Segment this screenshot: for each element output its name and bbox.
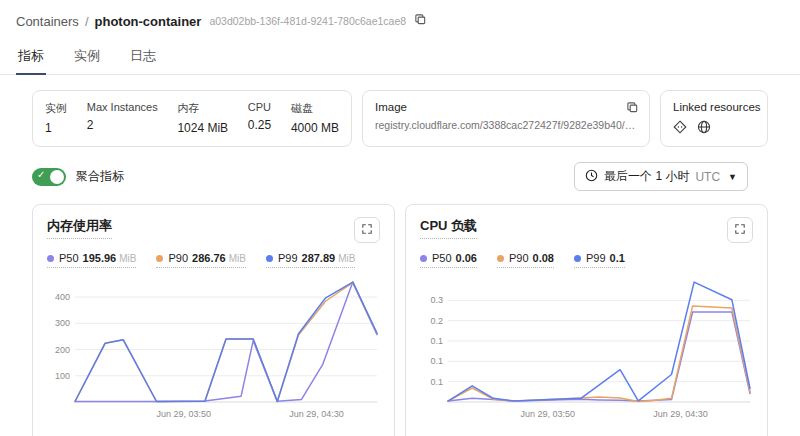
legend-series-value: 287.89 bbox=[302, 252, 336, 264]
container-stats-card: 实例 1 Max Instances 2 内存 1024 MiB CPU 0.2… bbox=[32, 90, 352, 147]
container-id: a03d02bb-136f-481d-9241-780c6ae1cae8 bbox=[209, 15, 406, 27]
legend-series-name: P50 bbox=[432, 252, 452, 264]
stat-disk: 磁盘 4000 MB bbox=[291, 101, 339, 137]
linked-resources-label: Linked resources bbox=[673, 101, 755, 113]
x-tick-label: Jun 29, 04:30 bbox=[653, 409, 708, 419]
legend-series-value: 195.96 bbox=[83, 252, 117, 264]
image-card-label: Image bbox=[375, 101, 637, 113]
legend-series-unit: MiB bbox=[119, 253, 136, 264]
stat-value: 2 bbox=[87, 118, 158, 132]
y-tick-label: 0.3 bbox=[430, 295, 443, 305]
legend-dot bbox=[156, 255, 163, 262]
globe-icon[interactable] bbox=[697, 120, 711, 137]
time-range-value: 最后一个 1 小时 bbox=[604, 168, 689, 185]
legend-series-value: 286.76 bbox=[192, 252, 226, 264]
worker-resource-icon[interactable] bbox=[673, 120, 687, 137]
legend-series-name: P99 bbox=[278, 252, 298, 264]
stat-instances: 实例 1 bbox=[45, 101, 67, 137]
check-icon: ✓ bbox=[37, 169, 45, 180]
memory-chart-legend: P50195.96MiBP90286.76MiBP99287.89MiB bbox=[47, 252, 380, 268]
y-tick-label: 200 bbox=[55, 345, 70, 355]
y-tick-label: 0.2 bbox=[430, 316, 443, 326]
legend-item-p90[interactable]: P900.08 bbox=[497, 252, 554, 268]
legend-item-p99[interactable]: P990.1 bbox=[574, 252, 625, 268]
stat-label: 磁盘 bbox=[291, 101, 339, 116]
legend-series-value: 0.1 bbox=[610, 252, 625, 264]
memory-chart-title: 内存使用率 bbox=[47, 217, 112, 239]
breadcrumb-containers-link[interactable]: Containers bbox=[16, 14, 79, 29]
fullscreen-icon bbox=[361, 223, 373, 238]
stat-cpu: CPU 0.25 bbox=[248, 101, 271, 137]
legend-series-value: 0.08 bbox=[533, 252, 554, 264]
y-tick-label: 400 bbox=[55, 292, 70, 302]
legend-series-name: P90 bbox=[168, 252, 188, 264]
time-range-dropdown[interactable]: 最后一个 1 小时 UTC ▼ bbox=[574, 162, 748, 191]
copy-icon bbox=[414, 13, 427, 29]
info-cards-row: 实例 1 Max Instances 2 内存 1024 MiB CPU 0.2… bbox=[32, 90, 768, 147]
stat-value: 0.25 bbox=[248, 118, 271, 132]
image-registry-path: registry.cloudflare.com/3388cac272427f/9… bbox=[375, 119, 637, 131]
legend-series-name: P50 bbox=[59, 252, 79, 264]
stat-memory: 内存 1024 MiB bbox=[177, 101, 228, 137]
stat-label: 实例 bbox=[45, 101, 67, 116]
legend-dot bbox=[47, 255, 54, 262]
stat-label: CPU bbox=[248, 101, 271, 113]
legend-series-unit: MiB bbox=[338, 253, 355, 264]
time-zone-value: UTC bbox=[695, 170, 720, 184]
toggle-knob bbox=[50, 170, 64, 184]
x-tick-label: Jun 29, 03:50 bbox=[520, 409, 575, 419]
legend-dot bbox=[420, 255, 427, 262]
y-tick-label: 300 bbox=[55, 318, 70, 328]
p90-line bbox=[75, 283, 377, 402]
legend-item-p50[interactable]: P500.06 bbox=[420, 252, 477, 268]
legend-item-p99[interactable]: P99287.89MiB bbox=[266, 252, 355, 268]
expand-cpu-chart-button[interactable] bbox=[727, 217, 753, 243]
stat-label: 内存 bbox=[177, 101, 228, 116]
breadcrumb: Containers / photon-container a03d02bb-1… bbox=[0, 0, 800, 31]
aggregate-metrics-label: 聚合指标 bbox=[76, 168, 124, 185]
chart-controls-row: ✓ 聚合指标 最后一个 1 小时 UTC ▼ bbox=[32, 162, 768, 191]
legend-item-p50[interactable]: P50195.96MiB bbox=[47, 252, 136, 268]
tab-logs[interactable]: 日志 bbox=[128, 40, 158, 75]
p50-line bbox=[75, 282, 377, 401]
copy-image-button[interactable] bbox=[624, 99, 641, 119]
charts-row: 内存使用率 P50195.96MiBP90286.76MiBP99287.89M… bbox=[32, 204, 768, 436]
legend-series-unit: MiB bbox=[229, 253, 246, 264]
cpu-chart-title: CPU 负载 bbox=[420, 217, 477, 239]
cpu-chart-plot[interactable]: 0.30.20.10.10.1Jun 29, 03:50Jun 29, 04:3… bbox=[420, 274, 753, 434]
legend-series-value: 0.06 bbox=[456, 252, 477, 264]
image-card: Image registry.cloudflare.com/3388cac272… bbox=[362, 90, 650, 147]
legend-dot bbox=[266, 255, 273, 262]
page-title: photon-container bbox=[95, 14, 202, 29]
x-tick-label: Jun 29, 03:50 bbox=[156, 409, 211, 419]
y-tick-label: 0.1 bbox=[430, 336, 443, 346]
linked-resources-card: Linked resources bbox=[660, 90, 768, 147]
aggregate-metrics-toggle[interactable]: ✓ bbox=[32, 168, 66, 186]
copy-id-button[interactable] bbox=[412, 11, 429, 31]
memory-usage-chart-card: 内存使用率 P50195.96MiBP90286.76MiBP99287.89M… bbox=[32, 204, 395, 436]
fullscreen-icon bbox=[734, 223, 746, 238]
legend-dot bbox=[574, 255, 581, 262]
stat-value: 1 bbox=[45, 121, 67, 135]
stat-max-instances: Max Instances 2 bbox=[87, 101, 158, 137]
tab-bar: 指标 实例 日志 bbox=[0, 40, 800, 75]
legend-series-name: P99 bbox=[586, 252, 606, 264]
chevron-down-icon: ▼ bbox=[728, 172, 737, 182]
x-tick-label: Jun 29, 04:30 bbox=[289, 409, 344, 419]
memory-chart-plot[interactable]: 400300200100Jun 29, 03:50Jun 29, 04:30 bbox=[47, 274, 380, 434]
copy-icon bbox=[626, 101, 639, 117]
cpu-load-chart-card: CPU 负载 P500.06P900.08P990.1 0.30.20.10.1… bbox=[405, 204, 768, 436]
y-tick-label: 0.1 bbox=[430, 356, 443, 366]
y-tick-label: 0.1 bbox=[430, 377, 443, 387]
stat-value: 1024 MiB bbox=[177, 121, 228, 135]
legend-series-name: P90 bbox=[509, 252, 529, 264]
tab-instances[interactable]: 实例 bbox=[72, 40, 102, 75]
tab-metrics[interactable]: 指标 bbox=[16, 40, 46, 75]
stat-value: 4000 MB bbox=[291, 121, 339, 135]
legend-item-p90[interactable]: P90286.76MiB bbox=[156, 252, 245, 268]
p50-line bbox=[448, 312, 750, 401]
clock-icon bbox=[585, 169, 598, 185]
expand-memory-chart-button[interactable] bbox=[354, 217, 380, 243]
cpu-chart-legend: P500.06P900.08P990.1 bbox=[420, 252, 753, 268]
legend-dot bbox=[497, 255, 504, 262]
